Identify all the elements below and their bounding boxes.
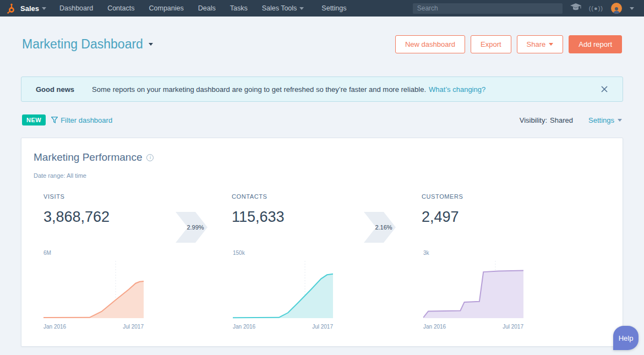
nav-item-dashboard[interactable]: Dashboard xyxy=(59,4,93,12)
marketing-performance-card: Marketing Performance Date range: All ti… xyxy=(21,138,623,347)
new-dashboard-button[interactable]: New dashboard xyxy=(395,35,465,53)
y-axis-max-label: 150k xyxy=(233,250,333,259)
export-button[interactable]: Export xyxy=(471,35,511,53)
chevron-down-icon[interactable] xyxy=(630,7,634,10)
page-title: Marketing Dashboard xyxy=(22,37,143,52)
chevron-down-icon xyxy=(618,119,622,122)
nav-item-settings[interactable]: Settings xyxy=(321,4,346,12)
date-range-label: Date range: All time xyxy=(34,172,86,179)
chart-plot-area xyxy=(43,259,144,321)
conversion-rate: 2.16% xyxy=(375,224,392,231)
header-actions: New dashboard Export Share Add report xyxy=(395,35,622,53)
metric-label: VISITS xyxy=(43,193,176,200)
settings-dropdown[interactable]: Settings xyxy=(588,116,622,124)
x-axis-ticks: Jan 2016 Jul 2017 xyxy=(233,324,333,330)
metric-customers: CUSTOMERS 2,497 xyxy=(422,193,554,226)
contacts-area-chart: 150k Jan 2016 Jul 2017 xyxy=(233,250,333,330)
metric-value: 115,633 xyxy=(232,209,364,226)
nav-item-tasks[interactable]: Tasks xyxy=(230,4,248,12)
dashboard-toolbar: NEW Filter dashboard Visibility: Shared … xyxy=(22,113,622,127)
conversion-rate: 2.99% xyxy=(187,224,204,231)
avatar[interactable] xyxy=(611,3,622,14)
metric-value: 2,497 xyxy=(422,209,554,226)
metric-contacts: CONTACTS 115,633 xyxy=(232,193,364,226)
chart-plot-area xyxy=(423,259,523,321)
hubspot-sprocket-icon[interactable] xyxy=(7,3,16,14)
help-button[interactable]: Help xyxy=(613,326,638,350)
info-icon[interactable] xyxy=(146,154,154,161)
conversion-arrow: 2.99% xyxy=(176,212,208,243)
primary-nav: Dashboard Contacts Companies Deals Tasks… xyxy=(59,4,347,12)
y-axis-max-label: 6M xyxy=(43,250,144,259)
chevron-down-icon xyxy=(299,7,304,10)
filter-dashboard-link[interactable]: Filter dashboard xyxy=(51,116,112,124)
notifications-icon[interactable]: ((●)) xyxy=(589,5,603,12)
nav-item-deals[interactable]: Deals xyxy=(198,4,216,12)
report-title: Marketing Performance xyxy=(34,151,154,163)
metric-visits: VISITS 3,868,762 xyxy=(43,193,176,226)
banner-message: Some reports on your marketing dashboard… xyxy=(92,85,426,94)
product-switcher[interactable]: Sales xyxy=(20,4,39,13)
academy-icon[interactable] xyxy=(570,3,581,13)
visibility-label: Visibility: xyxy=(520,116,547,124)
conversion-arrow: 2.16% xyxy=(364,212,396,243)
banner-title: Good news xyxy=(36,85,74,94)
info-banner: Good news Some reports on your marketing… xyxy=(21,77,623,102)
x-axis-ticks: Jan 2016 Jul 2017 xyxy=(423,324,523,330)
funnel-icon xyxy=(51,117,58,123)
page-header: Marketing Dashboard New dashboard Export… xyxy=(22,32,622,56)
nav-item-sales-tools[interactable]: Sales Tools xyxy=(262,4,308,12)
nav-utilities: ((●)) xyxy=(570,3,637,14)
y-axis-max-label: 3k xyxy=(423,250,523,259)
top-navbar: Sales Dashboard Contacts Companies Deals… xyxy=(0,0,644,17)
visibility-value: Shared xyxy=(550,116,573,124)
add-report-button[interactable]: Add report xyxy=(569,35,622,53)
share-button[interactable]: Share xyxy=(517,35,564,53)
whats-changing-link[interactable]: What’s changing? xyxy=(429,85,485,94)
visits-area-chart: 6M Jan 2016 Jul 2017 xyxy=(43,250,144,330)
dashboard-selector-chevron-icon[interactable] xyxy=(149,43,153,46)
customers-area-chart: 3k Jan 2016 Jul 2017 xyxy=(423,250,523,330)
chevron-down-icon xyxy=(549,43,553,46)
new-badge: NEW xyxy=(22,114,46,125)
search-input[interactable] xyxy=(413,3,563,14)
chart-plot-area xyxy=(233,259,333,321)
nav-item-contacts[interactable]: Contacts xyxy=(107,4,134,12)
metric-label: CONTACTS xyxy=(232,193,364,200)
metric-label: CUSTOMERS xyxy=(422,193,554,200)
metric-value: 3,868,762 xyxy=(43,209,176,226)
toolbar-right: Visibility: Shared Settings xyxy=(520,116,622,124)
chevron-down-icon[interactable] xyxy=(42,7,46,10)
close-icon[interactable] xyxy=(601,85,608,93)
x-axis-ticks: Jan 2016 Jul 2017 xyxy=(43,324,144,330)
nav-item-companies[interactable]: Companies xyxy=(149,4,183,12)
